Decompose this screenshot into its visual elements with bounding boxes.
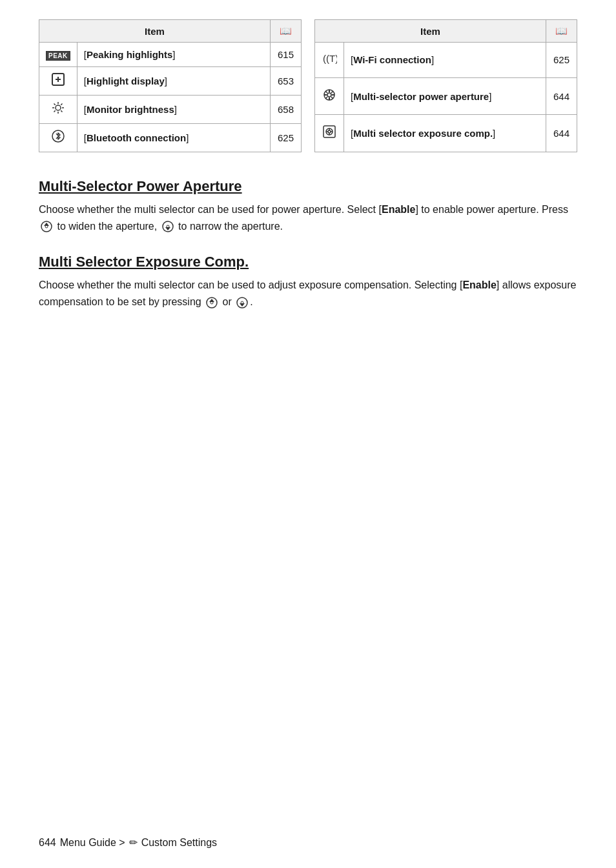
svg-line-22 — [331, 91, 333, 92]
row-page: 615 — [271, 43, 302, 67]
table-row: [Highlight display] 653 — [39, 67, 302, 96]
row-icon — [39, 96, 77, 124]
section-title-power: Multi-Selector Power Aperture — [39, 178, 577, 195]
row-icon — [315, 77, 344, 115]
svg-line-21 — [331, 97, 333, 98]
svg-line-8 — [54, 104, 55, 105]
row-icon — [39, 124, 77, 152]
dial-up-icon-2 — [205, 296, 218, 309]
section-body-exposure: Choose whether the multi selector can be… — [39, 277, 577, 310]
row-icon — [315, 115, 344, 152]
row-item: [Multi-selector power aperture] — [344, 77, 546, 115]
book-icon-right: 📖 — [555, 25, 568, 36]
svg-line-23 — [326, 97, 327, 98]
row-item: [Peaking highlights] — [77, 43, 270, 67]
section-body-power: Choose whether the multi selector can be… — [39, 201, 577, 234]
row-icon: PEAK — [39, 43, 77, 67]
row-page: 625 — [271, 124, 302, 152]
svg-line-20 — [326, 91, 327, 92]
page-content: Item 📖 PEAK [Peaking highlights] — [0, 0, 616, 381]
svg-text:((T)): ((T)) — [323, 53, 337, 64]
page-footer: 644 Menu Guide > ✏ Custom Settings — [39, 836, 217, 849]
section-multi-selector-power: Multi-Selector Power Aperture Choose whe… — [39, 178, 577, 234]
row-page: 658 — [271, 96, 302, 124]
dial-down-icon-2 — [236, 296, 249, 309]
dial-down-icon — [161, 220, 174, 233]
svg-line-10 — [61, 104, 62, 105]
right-table-book-header: 📖 — [546, 20, 577, 43]
footer-page-number: 644 — [39, 837, 56, 849]
table-row: [Multi selector exposure comp.] 644 — [315, 115, 577, 152]
table-row: [Bluetooth connection] 625 — [39, 124, 302, 152]
dial-up-icon — [40, 220, 53, 233]
left-table-item-header: Item — [39, 20, 271, 43]
table-row: [Multi-selector power aperture] 644 — [315, 77, 577, 115]
wifi-icon: ((T)) — [322, 52, 337, 65]
section-title-exposure: Multi Selector Exposure Comp. — [39, 254, 577, 270]
row-item: [Bluetooth connection] — [77, 124, 270, 152]
multi-selector-power-icon — [322, 88, 336, 102]
row-page: 653 — [271, 67, 302, 96]
svg-point-3 — [56, 105, 61, 110]
row-item: [Monitor brightness] — [77, 96, 270, 124]
row-item: [Wi-Fi connection] — [344, 43, 546, 78]
highlight-display-icon — [51, 72, 65, 86]
table-row: [Monitor brightness] 658 — [39, 96, 302, 124]
svg-point-15 — [327, 93, 331, 97]
left-table-book-header: 📖 — [271, 20, 302, 43]
table-left: Item 📖 PEAK [Peaking highlights] — [39, 19, 302, 152]
book-icon-left: 📖 — [280, 25, 292, 36]
row-page: 625 — [546, 43, 577, 78]
monitor-brightness-icon — [51, 101, 65, 115]
peak-badge: PEAK — [46, 51, 70, 61]
row-item: [Multi selector exposure comp.] — [344, 115, 546, 152]
row-icon: ((T)) — [315, 43, 344, 78]
svg-line-11 — [54, 110, 55, 112]
table-row: PEAK [Peaking highlights] 615 — [39, 43, 302, 67]
bluetooth-icon — [51, 129, 65, 143]
row-page: 644 — [546, 77, 577, 115]
tables-row: Item 📖 PEAK [Peaking highlights] — [39, 19, 577, 152]
section-multi-selector-exposure: Multi Selector Exposure Comp. Choose whe… — [39, 254, 577, 310]
multi-selector-exposure-icon — [322, 125, 336, 139]
row-icon — [39, 67, 77, 96]
right-table-item-header: Item — [315, 20, 546, 43]
row-page: 644 — [546, 115, 577, 152]
footer-menu-guide-text: Menu Guide > — [60, 837, 125, 849]
svg-point-26 — [328, 130, 331, 133]
table-right: Item 📖 ((T)) — [314, 19, 577, 152]
svg-rect-24 — [323, 126, 335, 137]
row-item: [Highlight display] — [77, 67, 270, 96]
table-row: ((T)) [Wi-Fi connection] 625 — [315, 43, 577, 78]
footer-section-label: Custom Settings — [141, 837, 217, 849]
pencil-icon: ✏ — [129, 836, 138, 849]
svg-line-9 — [61, 110, 62, 112]
